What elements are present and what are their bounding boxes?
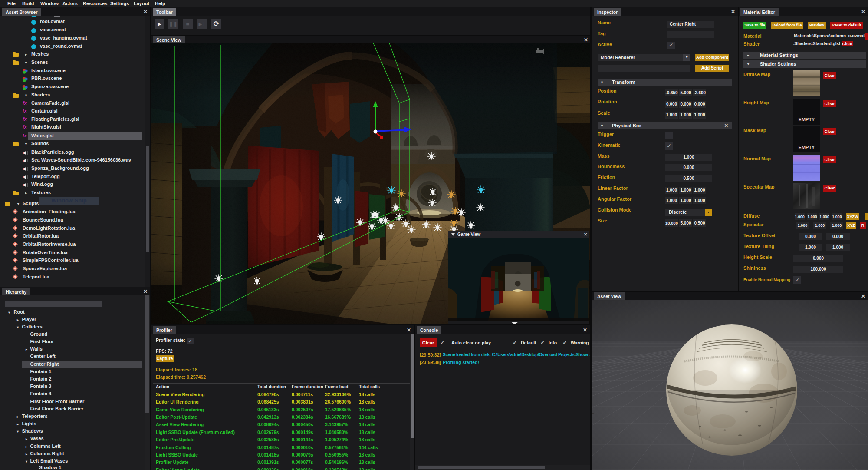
svg-text:Game View: Game View (457, 232, 480, 237)
svg-text:✕: ✕ (584, 232, 587, 237)
